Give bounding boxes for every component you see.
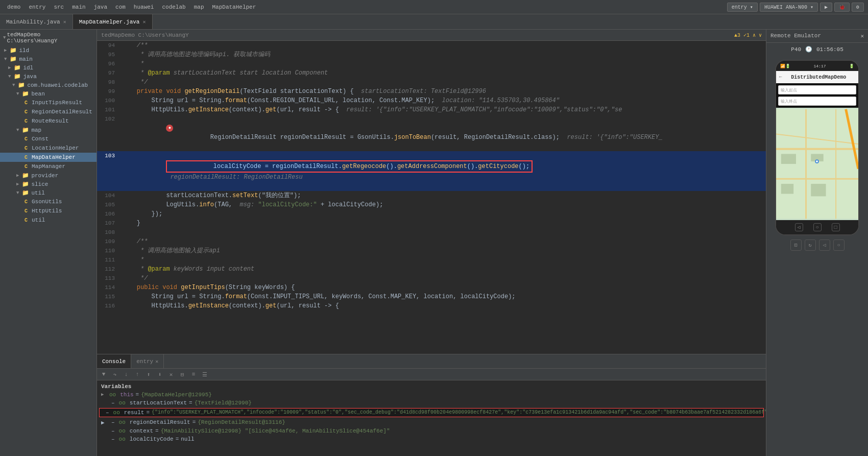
code-line-98: 98 */ bbox=[97, 78, 766, 87]
console-btn-step-over[interactable]: ↷ bbox=[110, 370, 119, 379]
code-content-area[interactable]: 94 /** 95 * 调用高德地图逆地理编码api. 获取城市编码 96 * … bbox=[97, 41, 766, 354]
var-value-result: {"info":"USERKEY_PLAT_NOMATCH","infocode… bbox=[152, 410, 766, 415]
console-btn-step-out[interactable]: ↑ bbox=[133, 370, 142, 379]
sidebar-item-routeresult[interactable]: C RouteResult bbox=[0, 116, 97, 126]
tab-mainability[interactable]: MainAbility.java ✕ bbox=[0, 14, 73, 29]
bottom-tab-entry-close[interactable]: ✕ bbox=[155, 358, 158, 365]
device-name: P40 bbox=[791, 46, 801, 53]
sidebar-item-const[interactable]: C Const bbox=[0, 134, 97, 143]
emulator-btn-rotate[interactable]: ↻ bbox=[805, 239, 816, 251]
sidebar-item-locationhelper[interactable]: C LocationHelper bbox=[0, 143, 97, 153]
console-btn-table[interactable]: ⊟ bbox=[178, 370, 187, 379]
sidebar-item-map[interactable]: ▼ 📁 map bbox=[0, 126, 97, 134]
menu-src[interactable]: src bbox=[51, 3, 67, 11]
menu-codelab[interactable]: codelab bbox=[159, 3, 188, 11]
tab-mainability-close[interactable]: ✕ bbox=[63, 19, 66, 25]
var-row-localcitycode[interactable]: – oo localCityCode = null bbox=[99, 435, 764, 443]
phone-nav-recent[interactable]: □ bbox=[832, 223, 840, 231]
var-row-this[interactable]: ▶ oo this = {MapDataHelper@12995} bbox=[99, 391, 764, 399]
settings-button[interactable]: ⚙ bbox=[852, 3, 864, 12]
tab-mapdatahelper-close[interactable]: ✕ bbox=[142, 19, 146, 25]
console-btn-list1[interactable]: ≡ bbox=[189, 370, 198, 379]
phone-map-view[interactable] bbox=[776, 108, 858, 220]
expand-icon[interactable]: ▶ bbox=[101, 392, 107, 397]
menu-java[interactable]: java bbox=[91, 3, 110, 11]
console-btn-up[interactable]: ⬆ bbox=[144, 370, 153, 379]
bottom-tab-console[interactable]: Console bbox=[97, 354, 131, 368]
top-menubar[interactable]: demo entry src main java com huawei code… bbox=[0, 0, 868, 14]
phone-nav-back[interactable]: ◁ bbox=[795, 223, 803, 231]
menu-main[interactable]: main bbox=[69, 3, 88, 11]
menu-map[interactable]: map bbox=[191, 3, 207, 11]
sidebar-label-main: main bbox=[19, 56, 32, 62]
var-scope-oo3: oo bbox=[113, 410, 120, 416]
phone-time: 14:17 bbox=[813, 64, 826, 68]
breakpoint-indicator: ● bbox=[166, 125, 173, 132]
phone-nav-home[interactable]: ○ bbox=[813, 223, 822, 231]
console-btn-step-into[interactable]: ↓ bbox=[122, 370, 131, 379]
device-dropdown[interactable]: HUAWEI ANA-N00 ▾ bbox=[760, 3, 818, 12]
variables-panel: Variables ▶ oo this = {MapDataHelper@129… bbox=[97, 380, 766, 456]
var-row-startlocation[interactable]: – oo startLocationText = {TextField@1299… bbox=[99, 399, 764, 407]
sidebar-label-const: Const bbox=[32, 136, 49, 142]
svg-point-12 bbox=[816, 160, 818, 162]
sidebar-label-idl: idl bbox=[23, 65, 33, 71]
code-line-94: 94 /** bbox=[97, 41, 766, 50]
sidebar-item-util-class[interactable]: C util bbox=[0, 215, 97, 225]
sidebar-project-header[interactable]: ▼ tedMapDemo C:\Users\HuangY bbox=[0, 30, 97, 46]
var-row-regiondetail[interactable]: ▶ – oo regionDetailResult = {RegionDetai… bbox=[99, 418, 764, 427]
menu-entry[interactable]: entry bbox=[26, 3, 49, 11]
emulator-btn-screen[interactable]: ⊡ bbox=[790, 239, 802, 251]
sidebar-item-inputtips[interactable]: C InputTipsResult bbox=[0, 98, 97, 107]
phone-battery: 🔋 bbox=[849, 64, 854, 68]
debug-button[interactable]: 🐞 bbox=[834, 3, 850, 12]
console-btn-stop[interactable]: ✕ bbox=[166, 370, 176, 379]
menu-demo[interactable]: demo bbox=[4, 3, 23, 11]
emulator-controls: ⊡ ↻ ◁ ○ bbox=[790, 239, 845, 251]
var-row-result[interactable]: – oo result = {"info":"USERKEY_PLAT_NOMA… bbox=[99, 408, 764, 417]
console-btn-down[interactable]: ▼ bbox=[99, 370, 108, 379]
tab-mapdatahelper[interactable]: MapDataHelper.java ✕ bbox=[73, 14, 153, 29]
phone-input-end-placeholder: 输入终点 bbox=[781, 99, 797, 104]
menu-com[interactable]: com bbox=[112, 3, 129, 11]
phone-input-start[interactable]: 输入起点 bbox=[778, 85, 856, 94]
phone-app-title: DistributedMapDemo bbox=[782, 75, 855, 80]
sidebar-item-codelab[interactable]: ▼ 📁 com.huawei.codelab bbox=[0, 81, 97, 89]
code-line-96: 96 * bbox=[97, 59, 766, 68]
sidebar-item-java[interactable]: ▼ 📁 java bbox=[0, 72, 97, 81]
menu-mapdatahelper[interactable]: MapDataHelper bbox=[209, 3, 259, 11]
sidebar-item-ild[interactable]: ▶ 📁 ild bbox=[0, 46, 97, 55]
sidebar-item-gsonutils[interactable]: C GsonUtils bbox=[0, 197, 97, 206]
svg-rect-9 bbox=[811, 184, 826, 196]
emulator-close-icon[interactable]: ✕ bbox=[860, 33, 864, 39]
entry-dropdown[interactable]: entry ▾ bbox=[727, 3, 758, 12]
sidebar-item-mapmanager[interactable]: C MapManager bbox=[0, 162, 97, 171]
sidebar-item-main[interactable]: ▼ 📁 main bbox=[0, 55, 97, 63]
var-row-context[interactable]: – oo context = {MainAbilitySlice@12998} … bbox=[99, 427, 764, 435]
sidebar-item-idl[interactable]: ▶ 📁 idl bbox=[0, 63, 97, 72]
var-value-context: {MainAbilitySlice@12998} "[Slice@454af6e… bbox=[161, 428, 390, 434]
phone-input-end[interactable]: 输入终点 bbox=[778, 97, 856, 106]
sidebar-item-mapdatahelper[interactable]: C MapDataHelper bbox=[0, 153, 97, 162]
emulator-btn-back[interactable]: ◁ bbox=[819, 239, 830, 251]
run-button[interactable]: ▶ bbox=[820, 3, 832, 12]
main-layout: ▼ tedMapDemo C:\Users\HuangY ▶ 📁 ild ▼ 📁… bbox=[0, 30, 868, 456]
menu-huawei[interactable]: huawei bbox=[131, 3, 157, 11]
sidebar-item-slice[interactable]: ▶ 📁 slice bbox=[0, 180, 97, 188]
sidebar-item-bean[interactable]: ▼ 📁 bean bbox=[0, 89, 97, 98]
sidebar-item-provider[interactable]: ▶ 📁 provider bbox=[0, 171, 97, 180]
bottom-tab-entry[interactable]: entry ✕ bbox=[131, 354, 164, 368]
code-line-110: 110 * 调用高德地图输入提示api bbox=[97, 246, 766, 255]
var-scope-oo6: oo bbox=[119, 436, 126, 442]
sidebar-item-regiondetail[interactable]: C RegionDetailResult bbox=[0, 107, 97, 116]
class-icon: C bbox=[22, 207, 30, 214]
console-btn-resume[interactable]: ⬇ bbox=[155, 370, 164, 379]
code-line-111: 111 * bbox=[97, 255, 766, 265]
class-icon: C bbox=[22, 154, 30, 161]
sidebar-label-routeresult: RouteResult bbox=[32, 118, 69, 124]
emulator-btn-home[interactable]: ○ bbox=[833, 239, 845, 251]
sidebar-label-map: map bbox=[31, 127, 41, 133]
sidebar-item-httputils[interactable]: C HttpUtils bbox=[0, 206, 97, 215]
sidebar-item-util[interactable]: ▼ 📁 util bbox=[0, 188, 97, 197]
console-btn-list2[interactable]: ☰ bbox=[200, 370, 209, 379]
